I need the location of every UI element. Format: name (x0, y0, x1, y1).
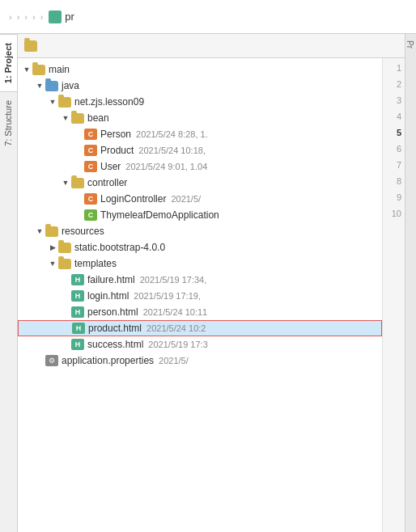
icon-thymeleafdemo-class: C (84, 209, 97, 221)
item-meta-login-html: 2021/5/19 17:19, (134, 291, 201, 301)
icon-user-class: C (84, 161, 97, 172)
icon-controller-folder (71, 178, 84, 188)
item-name-static-folder: static.bootstrap-4.0.0 (74, 242, 165, 253)
item-meta-failure-html: 2021/5/19 17:34, (140, 275, 207, 285)
side-tab-project[interactable]: 1: Project (0, 34, 17, 91)
folder-icon (24, 40, 37, 52)
tree-item-java-folder[interactable]: java (18, 78, 382, 94)
item-name-product-html: product.html (88, 323, 142, 334)
item-name-success-html: success.html (87, 339, 143, 350)
tree-item-templates-folder[interactable]: templates (18, 255, 382, 272)
sep-3: › (32, 12, 36, 22)
line-numbers: 12345678910 (382, 58, 405, 532)
tree-item-product-class[interactable]: CProduct2021/5/24 10:18, (18, 142, 382, 158)
line-number-7: 7 (397, 157, 401, 173)
icon-logincontroller-class: C (84, 193, 97, 205)
tree-item-person-html[interactable]: Hperson.html2021/5/24 10:11 (18, 304, 382, 320)
icon-failure-html: H (71, 274, 84, 285)
item-name-logincontroller-class: LoginController (100, 193, 166, 205)
arrow-main-folder (21, 65, 32, 74)
icon-bean-folder (71, 113, 84, 124)
line-number-4: 4 (397, 108, 401, 125)
tree-item-app-properties[interactable]: ⚙application.properties2021/5/ (18, 353, 382, 369)
breadcrumb: › › › › › pr (0, 0, 416, 34)
arrow-templates-folder (47, 260, 58, 268)
tree-item-static-folder[interactable]: static.bootstrap-4.0.0 (18, 239, 382, 255)
tree-item-person-class[interactable]: CPerson2021/5/24 8:28, 1. (18, 126, 382, 142)
item-meta-user-class: 2021/5/24 9:01, 1.04 (125, 162, 207, 171)
item-name-app-properties: application.properties (62, 355, 154, 366)
line-number-6: 6 (397, 141, 401, 157)
arrow-net-zjs-folder (47, 98, 58, 106)
icon-success-html: H (71, 339, 84, 350)
tree-item-thymeleafdemo-class[interactable]: CThymeleafDemoApplication (18, 207, 382, 223)
tree-item-net-zjs-folder[interactable]: net.zjs.lesson09 (18, 94, 382, 110)
tree-item-resources-folder[interactable]: resources (18, 223, 382, 239)
add-icon[interactable] (320, 39, 335, 53)
line-number-8: 8 (397, 173, 401, 189)
item-name-main-folder: main (49, 64, 70, 75)
item-name-java-folder: java (62, 80, 79, 91)
line-number-10: 10 (392, 205, 401, 222)
item-name-templates-folder: templates (74, 258, 117, 269)
icon-static-folder (58, 243, 71, 253)
tree-item-controller-folder[interactable]: controller (18, 175, 382, 191)
sep-2: › (24, 12, 28, 22)
right-tab-label[interactable]: Pr (405, 34, 416, 55)
right-panel-tab: Pr (405, 34, 416, 532)
tree-item-bean-folder[interactable]: bean (18, 110, 382, 126)
arrow-java-folder (34, 82, 45, 90)
tree-item-success-html[interactable]: Hsuccess.html2021/5/19 17:3 (18, 336, 382, 353)
icon-net-zjs-folder (58, 97, 71, 108)
side-tabs: 1: Project 7: Structure (0, 34, 18, 532)
icon-product-class: C (84, 145, 97, 156)
tree-item-login-html[interactable]: Hlogin.html2021/5/19 17:19, (18, 288, 382, 304)
item-meta-product-class: 2021/5/24 10:18, (138, 146, 206, 155)
item-meta-logincontroller-class: 2021/5/ (171, 194, 201, 204)
breadcrumb-file: pr (65, 11, 74, 23)
panel-actions (320, 39, 398, 53)
tree-item-logincontroller-class[interactable]: CLoginController2021/5/ (18, 191, 382, 207)
file-icon-h (49, 11, 62, 23)
icon-login-html: H (71, 290, 84, 302)
icon-main-folder (32, 65, 45, 75)
icon-resources-folder (45, 226, 58, 237)
item-meta-person-class: 2021/5/24 8:28, 1. (136, 129, 208, 139)
item-meta-product-html: 2021/5/24 10:2 (146, 323, 206, 333)
item-name-person-html: person.html (87, 306, 138, 318)
item-name-login-html: login.html (87, 290, 129, 302)
tree-item-product-html[interactable]: Hproduct.html2021/5/24 10:2 (18, 320, 382, 336)
item-meta-success-html: 2021/5/19 17:3 (148, 340, 207, 349)
arrow-resources-folder (34, 227, 45, 235)
line-number-9: 9 (397, 189, 401, 205)
item-name-user-class: User (100, 161, 121, 172)
icon-java-folder (45, 81, 58, 91)
minimize-icon[interactable] (384, 39, 398, 53)
tree-item-failure-html[interactable]: Hfailure.html2021/5/19 17:34, (18, 272, 382, 288)
line-number-2: 2 (397, 76, 401, 92)
icon-person-class: C (84, 129, 97, 140)
item-meta-person-html: 2021/5/24 10:11 (143, 307, 208, 317)
item-name-failure-html: failure.html (87, 274, 135, 285)
tree-item-main-folder[interactable]: main (18, 61, 382, 78)
item-name-thymeleafdemo-class: ThymeleafDemoApplication (100, 209, 219, 221)
item-meta-app-properties: 2021/5/ (159, 356, 189, 365)
content-with-lines: mainjavanet.zjs.lesson09beanCPerson2021/… (18, 58, 405, 532)
icon-person-html: H (71, 306, 84, 318)
project-panel: mainjavanet.zjs.lesson09beanCPerson2021/… (18, 34, 405, 532)
item-name-net-zjs-folder: net.zjs.lesson09 (74, 96, 144, 108)
panel-header (18, 34, 405, 58)
sort-icon[interactable] (342, 39, 356, 53)
line-number-5: 5 (397, 125, 401, 141)
line-number-3: 3 (397, 92, 401, 108)
main-area: 1: Project 7: Structure mainjavanet.zjs.… (0, 34, 416, 532)
file-tree[interactable]: mainjavanet.zjs.lesson09beanCPerson2021/… (18, 58, 382, 532)
tree-item-user-class[interactable]: CUser2021/5/24 9:01, 1.04 (18, 158, 382, 175)
icon-app-properties: ⚙ (45, 355, 58, 366)
arrow-static-folder (47, 243, 58, 251)
side-tab-structure[interactable]: 7: Structure (0, 91, 17, 154)
item-name-controller-folder: controller (87, 177, 127, 188)
arrow-bean-folder (60, 114, 71, 122)
icon-product-html: H (72, 323, 85, 334)
settings-icon[interactable] (363, 39, 377, 53)
